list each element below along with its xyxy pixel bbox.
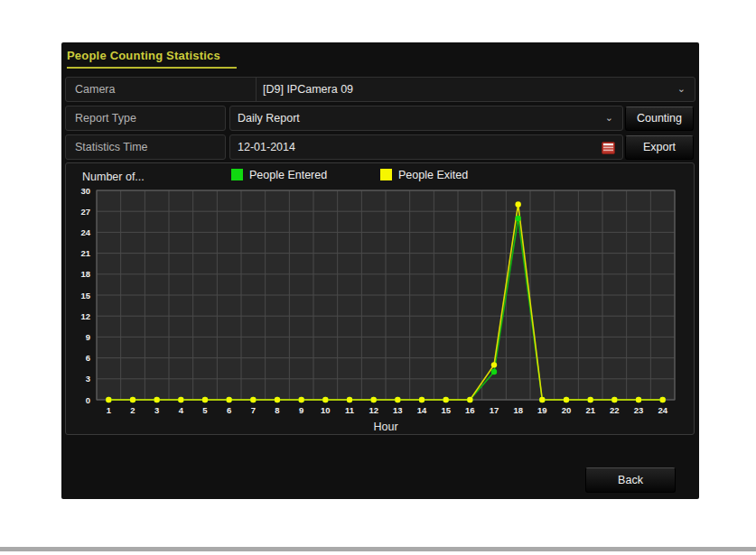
svg-text:18: 18 <box>80 269 90 279</box>
svg-text:3: 3 <box>154 405 159 415</box>
report-type-select[interactable]: Daily Report ⌄ <box>229 106 623 131</box>
legend-item-people-entered: People Entered <box>231 169 327 181</box>
svg-text:24: 24 <box>658 405 667 415</box>
svg-text:21: 21 <box>585 405 595 415</box>
back-button[interactable]: Back <box>585 467 676 493</box>
svg-text:2: 2 <box>130 405 135 415</box>
svg-text:12: 12 <box>369 405 378 415</box>
report-type-value: Daily Report <box>238 112 300 125</box>
calendar-icon[interactable] <box>602 141 615 154</box>
legend-swatch-entered-icon <box>231 169 243 180</box>
page-title: People Counting Statistics <box>67 49 237 69</box>
svg-text:30: 30 <box>80 186 90 196</box>
report-type-label: Report Type <box>75 112 136 125</box>
svg-text:14: 14 <box>417 405 427 415</box>
legend-swatch-exited-icon <box>380 169 392 180</box>
legend-label-entered: People Entered <box>249 169 327 181</box>
svg-text:27: 27 <box>80 207 90 217</box>
camera-label: Camera <box>75 83 115 96</box>
svg-text:20: 20 <box>562 405 572 415</box>
svg-text:8: 8 <box>275 405 279 415</box>
svg-text:12: 12 <box>80 311 90 321</box>
svg-text:6: 6 <box>227 405 231 415</box>
people-counting-line-chart: 0369121518212427301234567891011121314151… <box>66 183 695 434</box>
legend-label-exited: People Exited <box>398 169 468 181</box>
svg-text:11: 11 <box>345 405 355 415</box>
statistics-time-label-box: Statistics Time <box>65 134 226 160</box>
svg-text:19: 19 <box>537 405 547 415</box>
page-bottom-divider <box>0 547 756 551</box>
statistics-time-label: Statistics Time <box>75 141 148 153</box>
camera-row-divider <box>256 78 257 101</box>
screen: People Counting Statistics Camera [D9] I… <box>0 0 756 555</box>
chart-box: Number of... People Entered People Exite… <box>65 162 695 435</box>
svg-text:23: 23 <box>634 405 644 415</box>
svg-text:21: 21 <box>80 248 90 258</box>
counting-button[interactable]: Counting <box>625 106 694 131</box>
svg-text:16: 16 <box>465 405 475 415</box>
svg-text:15: 15 <box>441 405 451 415</box>
export-button[interactable]: Export <box>625 135 694 160</box>
svg-text:4: 4 <box>179 405 184 415</box>
svg-text:13: 13 <box>393 405 403 415</box>
chart-y-axis-title: Number of... <box>82 171 145 183</box>
svg-text:1: 1 <box>107 405 112 415</box>
svg-text:22: 22 <box>610 405 620 415</box>
svg-text:7: 7 <box>251 405 256 415</box>
legend-item-people-exited: People Exited <box>380 169 468 181</box>
report-type-label-box: Report Type <box>65 106 226 131</box>
svg-text:6: 6 <box>86 353 90 363</box>
svg-text:15: 15 <box>80 291 90 301</box>
svg-text:Hour: Hour <box>373 421 397 433</box>
camera-value: [D9] IPCamera 09 <box>263 83 353 96</box>
chevron-down-icon[interactable]: ⌄ <box>605 113 613 123</box>
svg-text:0: 0 <box>86 395 90 405</box>
svg-text:9: 9 <box>299 405 303 415</box>
svg-text:24: 24 <box>80 227 90 237</box>
svg-text:5: 5 <box>202 405 208 415</box>
statistics-time-field[interactable]: 12-01-2014 <box>229 134 623 160</box>
svg-text:9: 9 <box>86 332 90 342</box>
people-counting-panel: People Counting Statistics Camera [D9] I… <box>61 42 699 499</box>
svg-text:10: 10 <box>321 405 331 415</box>
camera-row[interactable]: Camera [D9] IPCamera 09 ⌄ <box>65 77 695 102</box>
svg-text:3: 3 <box>86 374 90 384</box>
chevron-down-icon[interactable]: ⌄ <box>677 84 686 94</box>
svg-text:17: 17 <box>490 405 499 415</box>
statistics-time-value: 12-01-2014 <box>238 141 295 153</box>
svg-text:18: 18 <box>513 405 523 415</box>
